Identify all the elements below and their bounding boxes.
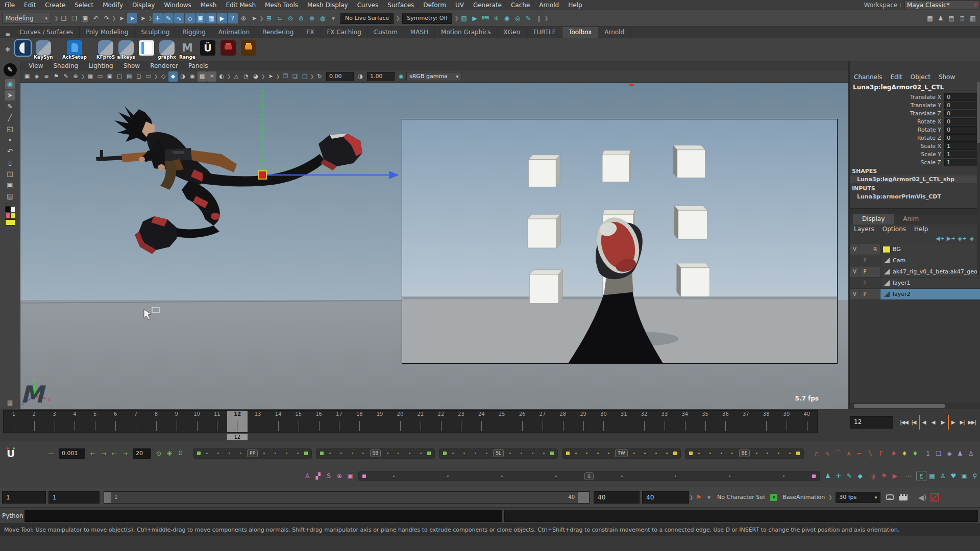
anim-layer-select[interactable]: BaseAnimation — [782, 494, 825, 500]
timeline-frame-25[interactable]: 25 — [492, 411, 512, 432]
tween-value-field[interactable]: 0.001 — [59, 448, 85, 459]
menu-file[interactable]: File — [0, 0, 19, 10]
lock-selection-icon[interactable]: ⊛ — [238, 13, 249, 23]
strip-dot[interactable] — [263, 453, 265, 454]
hypershade-icon[interactable]: ◎ — [512, 13, 523, 23]
viewport-menu-renderer[interactable]: Renderer — [145, 62, 183, 69]
shelf-item-keysyn[interactable]: KeySyn — [34, 39, 53, 60]
select-object-icon[interactable]: ➤ — [127, 13, 137, 23]
select-component-icon[interactable]: ➤ — [138, 13, 148, 23]
snap-grid-icon[interactable]: ⊞ — [264, 13, 274, 23]
mask-dynamics-icon[interactable]: ▦ — [206, 13, 216, 23]
timeline-frame-23[interactable]: 23 — [451, 411, 472, 432]
shelf-gear-icon[interactable]: ✱ — [2, 46, 13, 53]
strip-dot[interactable] — [240, 453, 241, 454]
frame-ruler[interactable]: 1234567891011121314151617181920212223242… — [3, 410, 818, 433]
channel-name[interactable]: Rotate X — [850, 118, 944, 125]
shelf-tab-mash[interactable]: MASH — [404, 27, 435, 38]
pencil-tool-icon[interactable]: ✎ — [5, 102, 15, 112]
menu-surfaces[interactable]: Surfaces — [383, 0, 419, 10]
anim-layer-icon[interactable]: ▾ — [770, 494, 777, 501]
shelf-tab-rendering[interactable]: Rendering — [256, 27, 300, 38]
texture-bake-icon[interactable]: ◉ — [502, 13, 512, 23]
workspace-select[interactable]: Maya Classic* ▼ — [904, 1, 980, 9]
shelf-item-toolbox[interactable] — [13, 39, 33, 60]
menu-mesh[interactable]: Mesh — [196, 0, 222, 10]
menu-deform[interactable]: Deform — [419, 0, 451, 10]
field-chart-icon[interactable]: ▤ — [125, 71, 134, 82]
character-set-select[interactable]: No Character Set — [717, 494, 765, 500]
timeline-frame-29[interactable]: 29 — [573, 411, 594, 432]
marker-red-icon[interactable]: ▶ — [890, 471, 900, 481]
strip-label-pp[interactable]: PP — [247, 449, 258, 457]
layer-menu-options[interactable]: Options — [883, 226, 906, 233]
strip-dot[interactable] — [387, 453, 388, 454]
rig-select-icon[interactable]: ▣ — [345, 471, 355, 481]
shelf-item-notebook[interactable] — [137, 39, 156, 60]
strip-key-square[interactable] — [812, 474, 816, 478]
timeline-frame-38[interactable]: 38 — [756, 411, 776, 432]
next-frame-icon[interactable]: ⇢ — [120, 448, 130, 459]
two-pane-icon[interactable]: ❏ — [290, 71, 300, 82]
shelf-item-animbot[interactable]: Ü — [198, 39, 217, 60]
strip-dot[interactable] — [229, 453, 230, 454]
layer-row-bg[interactable]: VRBG — [850, 244, 980, 255]
strip-dot[interactable] — [698, 453, 700, 454]
power-icon[interactable]: ⊙ — [154, 448, 164, 459]
step-forward-key-button[interactable]: ▶ — [948, 415, 957, 430]
timeline-frame-22[interactable]: 22 — [431, 411, 451, 432]
channel-value-field[interactable]: 0 — [944, 126, 978, 134]
panel-layout-icon[interactable]: ▦ — [7, 399, 13, 406]
playback-toggle[interactable]: P — [860, 278, 870, 288]
maximize-pane-icon[interactable]: □ — [300, 71, 309, 82]
modeling-toolkit-icon[interactable]: ▦ — [925, 13, 935, 23]
strip-dot[interactable] — [789, 453, 791, 454]
timeline-frame-8[interactable]: 8 — [146, 411, 166, 432]
pen-icon[interactable]: ✎ — [844, 471, 854, 481]
scene-3d[interactable]: y x z — [20, 83, 848, 409]
strip-dot[interactable] — [217, 453, 219, 454]
strip-dot[interactable] — [509, 453, 511, 454]
strip-key-square[interactable] — [443, 452, 447, 455]
playback-start-field[interactable]: 1 — [48, 491, 100, 504]
exposure-icon[interactable]: ↻ — [315, 71, 324, 82]
redo-icon[interactable]: ↷ — [102, 13, 112, 23]
gamma-select[interactable]: sRGB gamma▾ — [406, 72, 461, 81]
strip-label-sl[interactable]: SL — [493, 449, 504, 457]
attribute-editor-icon[interactable]: ▤ — [946, 13, 957, 23]
epsilon-tool-icon[interactable]: Ɛ — [916, 471, 926, 481]
mask-handles-icon[interactable]: ✛ — [153, 13, 163, 23]
command-input[interactable] — [24, 510, 502, 522]
viewport-menu-lighting[interactable]: Lighting — [83, 62, 118, 69]
render-settings-icon[interactable]: ✳ — [491, 13, 501, 23]
strip-dot[interactable] — [409, 453, 410, 454]
color-swatch-yellow[interactable] — [5, 219, 15, 226]
viewport-menu-show[interactable]: Show — [118, 62, 145, 69]
menu-mesh-display[interactable]: Mesh Display — [303, 0, 353, 10]
strip-key-square[interactable] — [320, 452, 324, 455]
timeline-frame-14[interactable]: 14 — [268, 411, 288, 432]
range-start-handle[interactable] — [104, 492, 111, 503]
symmetry-field[interactable]: Symmetry: Off — [402, 13, 452, 24]
channel-name[interactable]: Scale Y — [850, 151, 944, 158]
strip-dot[interactable] — [621, 475, 623, 477]
key-red-icon[interactable]: ♦ — [889, 448, 899, 459]
ease-curve-arc-icon[interactable]: ⌒ — [833, 448, 843, 459]
strip-dot[interactable] — [447, 475, 449, 477]
add-character-icon[interactable]: ♙ — [938, 471, 948, 481]
viewport-menu-view[interactable]: View — [23, 62, 48, 69]
strip-dot[interactable] — [543, 453, 545, 454]
ease-curve-s-icon[interactable]: ∿ — [822, 448, 832, 459]
strip-label-sb[interactable]: SB — [370, 449, 381, 457]
channel-box-menu-edit[interactable]: Edit — [891, 73, 902, 81]
timeline-frame-2[interactable]: 2 — [24, 411, 44, 432]
strip-dot[interactable] — [721, 453, 722, 454]
shelf-tab-toolbox[interactable]: Toolbox — [562, 27, 598, 38]
range-slider[interactable]: 1 40 — [104, 491, 590, 504]
menu-windows[interactable]: Windows — [159, 0, 196, 10]
shaded-mode-icon[interactable]: ◆ — [168, 71, 178, 82]
visibility-toggle[interactable] — [850, 278, 860, 288]
step-forward-frame-button[interactable]: ▶| — [958, 415, 967, 430]
grease-pencil-icon[interactable]: ✎ — [61, 71, 70, 82]
strip-key-square[interactable] — [362, 474, 366, 478]
